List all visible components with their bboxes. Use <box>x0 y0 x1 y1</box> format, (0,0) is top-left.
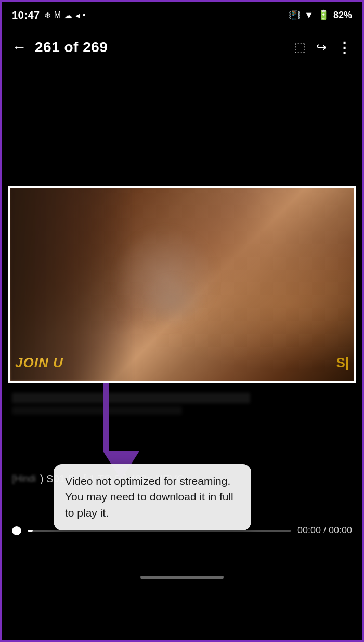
wifi-icon: ▼ <box>304 10 314 21</box>
current-time: 00:00 <box>297 525 321 535</box>
progress-dot[interactable] <box>12 526 21 535</box>
status-bar-left: 10:47 ❄ M ☁ ◂ • <box>12 9 86 21</box>
battery-percent: 82% <box>333 10 352 21</box>
nav-right: ⬚ ↪ ⋮ <box>294 39 352 56</box>
blurred-info-area <box>2 383 362 415</box>
nav-left: ← 261 of 269 <box>12 39 108 56</box>
time-separator: / <box>323 525 329 535</box>
mail-icon: M <box>54 10 61 20</box>
share-button[interactable]: ↪ <box>316 40 327 55</box>
tooltip-text: Video not optimized for streaming. You m… <box>65 475 233 519</box>
video-thumbnail-wrapper: JOIN U S| <box>2 186 362 383</box>
status-time: 10:47 <box>12 9 40 21</box>
send-icon: ◂ <box>75 10 80 20</box>
home-indicator-bar <box>2 571 362 584</box>
dot-icon: • <box>83 10 86 20</box>
home-bar <box>140 576 224 579</box>
top-spacer <box>2 66 362 186</box>
battery-icon: 🔋 <box>318 9 329 21</box>
hindi-label: [Hindi <box>12 473 36 484</box>
back-button[interactable]: ← <box>12 39 27 56</box>
status-icons: ❄ M ☁ ◂ • <box>44 10 86 20</box>
video-player-bg: [Hindi ) S01 Ep [ 1 TO 5 ] 480p HEVC Vid… <box>2 383 362 519</box>
arrow-shaft <box>103 383 109 451</box>
vibrate-icon: 📳 <box>289 9 300 21</box>
thumbnail-blur-hand <box>141 275 203 327</box>
nav-bar: ← 261 of 269 ⬚ ↪ ⋮ <box>2 29 362 66</box>
player-section: [Hindi ) S01 Ep [ 1 TO 5 ] 480p HEVC Vid… <box>2 383 362 542</box>
join-text: JOIN U <box>15 355 63 371</box>
status-bar: 10:47 ❄ M ☁ ◂ • 📳 ▼ 🔋 82% <box>2 2 362 29</box>
bottom-spacer <box>2 542 362 571</box>
thumbnail-right-bracket: S| <box>336 355 349 371</box>
progress-fill <box>28 530 33 532</box>
tooltip-box: Video not optimized for streaming. You m… <box>54 464 251 530</box>
nav-title: 261 of 269 <box>35 39 108 56</box>
video-thumbnail[interactable]: JOIN U S| <box>8 186 356 383</box>
thumbnail-bottom-text: JOIN U <box>15 355 63 371</box>
total-time: 00:00 <box>329 525 352 535</box>
bluetooth-icon: ❄ <box>44 10 51 20</box>
status-bar-right: 📳 ▼ 🔋 82% <box>289 9 352 21</box>
time-display: 00:00 / 00:00 <box>297 525 352 536</box>
cloud-icon: ☁ <box>64 10 72 20</box>
picture-in-picture-button[interactable]: ⬚ <box>294 40 306 55</box>
more-options-button[interactable]: ⋮ <box>337 39 352 56</box>
